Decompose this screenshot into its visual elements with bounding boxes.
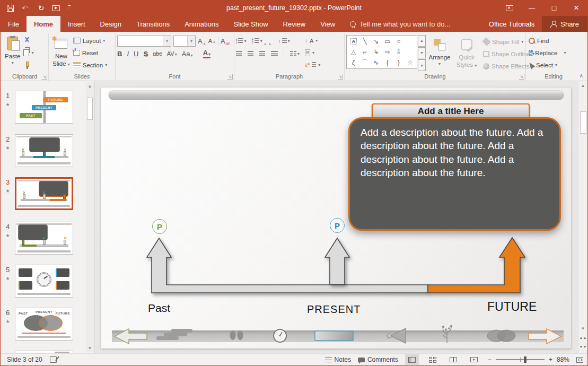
reset-button[interactable]: Reset: [72, 47, 108, 58]
section-button[interactable]: Section▾: [72, 59, 108, 71]
zoom-slider[interactable]: [496, 359, 545, 360]
align-left-button[interactable]: [236, 51, 242, 57]
canvas-scroll-up[interactable]: ▲: [578, 81, 588, 90]
zoom-in-button[interactable]: +: [549, 356, 552, 363]
format-painter-button[interactable]: [22, 59, 34, 71]
ribbon-display-options-button[interactable]: [498, 0, 521, 16]
new-slide-button[interactable]: New Slide ▾: [50, 34, 72, 72]
paste-button[interactable]: Paste▾: [3, 34, 22, 72]
shape-curve[interactable]: ∿: [371, 57, 382, 68]
zoom-slider-thumb[interactable]: [524, 356, 526, 363]
slide-3-thumbnail-selected[interactable]: [15, 177, 73, 210]
font-name-combobox[interactable]: ▾: [117, 36, 171, 47]
shape-triangle[interactable]: △: [348, 47, 359, 57]
slide-1-thumbnail[interactable]: FUTURE PRESENT PAST: [15, 91, 73, 124]
fit-slide-to-window-button[interactable]: [576, 357, 583, 363]
shape-arc[interactable]: ⌒: [359, 57, 370, 68]
font-size-combobox[interactable]: ▾: [173, 36, 196, 47]
past-label[interactable]: Past: [148, 302, 170, 315]
numbering-button[interactable]: 1 2 3▾: [251, 38, 262, 44]
tab-insert[interactable]: Insert: [60, 16, 93, 32]
change-case-button[interactable]: Aa▾: [182, 50, 193, 58]
redo-button[interactable]: ↻: [38, 4, 45, 12]
shape-elbow[interactable]: ⌐: [359, 47, 370, 57]
slide-2-thumbnail[interactable]: [15, 134, 73, 167]
layout-button[interactable]: Layout▾: [72, 35, 108, 46]
tab-review[interactable]: Review: [276, 16, 313, 32]
collapse-ribbon-button[interactable]: ∧: [580, 73, 583, 79]
italic-button[interactable]: I: [127, 50, 129, 58]
canvas-scroll-thumb[interactable]: [580, 111, 586, 134]
thumbnail-scroll-down[interactable]: ▼: [86, 344, 94, 352]
zoom-level[interactable]: 88%: [557, 356, 569, 363]
text-shadow-button[interactable]: S: [143, 50, 148, 58]
align-center-button[interactable]: [248, 51, 253, 57]
paragraph-dialog-launcher[interactable]: ↘: [338, 74, 343, 80]
justify-button[interactable]: [271, 51, 278, 57]
future-label[interactable]: FUTURE: [487, 300, 537, 314]
slide-7-thumbnail[interactable]: [15, 351, 73, 353]
shape-right-brace[interactable]: }: [393, 57, 404, 68]
tab-design[interactable]: Design: [93, 16, 129, 32]
save-button[interactable]: [7, 5, 14, 12]
maximize-button[interactable]: □: [543, 0, 565, 16]
clear-formatting-button[interactable]: A: [221, 37, 230, 45]
quick-styles-button[interactable]: Quick Styles ▾: [453, 35, 480, 72]
shape-left-brace[interactable]: {: [382, 57, 393, 68]
cut-button[interactable]: [22, 35, 34, 46]
next-slide-button[interactable]: ▼▼: [578, 342, 588, 351]
bullets-button[interactable]: • • •▾: [236, 38, 246, 44]
shape-line[interactable]: ╲: [359, 36, 370, 47]
strikethrough-button[interactable]: abc: [153, 50, 162, 57]
slide-editor[interactable]: Add a title Here Add a description about…: [101, 88, 571, 348]
tab-view[interactable]: View: [313, 16, 343, 32]
convert-smartart-button[interactable]: ⇄▾: [304, 59, 321, 71]
shape-arrow[interactable]: ↘: [371, 36, 382, 47]
align-right-button[interactable]: [259, 51, 265, 57]
shape-elbow-arrow[interactable]: ↳: [371, 47, 382, 57]
thumbnail-scroll-up[interactable]: ▲: [86, 82, 94, 90]
replace-button[interactable]: abacReplace▾: [528, 47, 567, 58]
zoom-out-button[interactable]: −: [488, 356, 492, 363]
thumbnail-scroll-thumb[interactable]: [87, 98, 93, 120]
shape-oval[interactable]: ○: [393, 36, 404, 47]
font-dialog-launcher[interactable]: ↘: [227, 74, 233, 80]
tab-slide-show[interactable]: Slide Show: [226, 16, 275, 32]
font-color-button[interactable]: A▾: [203, 49, 210, 58]
undo-button[interactable]: ↶▾: [22, 4, 30, 12]
line-spacing-button[interactable]: ↕▾: [278, 38, 290, 44]
underline-button[interactable]: U: [134, 50, 138, 58]
text-box-shape[interactable]: A: [350, 38, 357, 45]
tell-me-box[interactable]: Tell me what you want to do...: [343, 16, 458, 32]
tab-transitions[interactable]: Transitions: [129, 16, 177, 32]
shapes-more-button[interactable]: ▼: [418, 59, 426, 71]
decrease-font-size-button[interactable]: A▼: [208, 38, 216, 44]
increase-font-size-button[interactable]: A▲: [198, 37, 206, 45]
arrange-button[interactable]: Arrange▾: [426, 35, 453, 72]
character-spacing-button[interactable]: AV▾: [167, 50, 177, 57]
office-tutorials-link[interactable]: Office Tutorials: [481, 16, 542, 32]
reading-view-button[interactable]: [446, 354, 460, 365]
shapes-scroll-up[interactable]: ▲: [418, 35, 426, 47]
select-button[interactable]: Select▾: [528, 59, 567, 71]
shapes-gallery[interactable]: A ╲ ↘ ▭ ○ △ ⌐ ↳ ⇨ ⇩ ζ ⌒ ∿ { }: [346, 35, 417, 69]
copy-button[interactable]: ▾: [22, 47, 34, 58]
columns-button[interactable]: ▾: [290, 51, 300, 57]
comments-toggle[interactable]: Comments: [358, 356, 398, 363]
past-p-marker[interactable]: P: [152, 219, 167, 234]
shape-scribble[interactable]: ζ: [348, 57, 359, 68]
text-direction-button[interactable]: ↕A▾: [304, 35, 321, 46]
normal-view-button[interactable]: [405, 354, 419, 365]
shape-down-arrow[interactable]: ⇩: [393, 47, 404, 57]
tab-file[interactable]: File: [1, 16, 27, 32]
spell-check-icon[interactable]: [50, 356, 57, 363]
tab-animations[interactable]: Animations: [177, 16, 226, 32]
tab-home[interactable]: Home: [27, 16, 60, 32]
align-text-button[interactable]: ▾: [304, 47, 321, 58]
close-button[interactable]: ×: [565, 0, 587, 16]
present-label[interactable]: PRESENT: [307, 303, 361, 316]
previous-slide-button[interactable]: ▲▲: [578, 333, 588, 342]
slide-5-thumbnail[interactable]: [15, 265, 73, 298]
shape-right-arrow[interactable]: ⇨: [382, 47, 393, 57]
start-slideshow-button[interactable]: [52, 5, 60, 11]
